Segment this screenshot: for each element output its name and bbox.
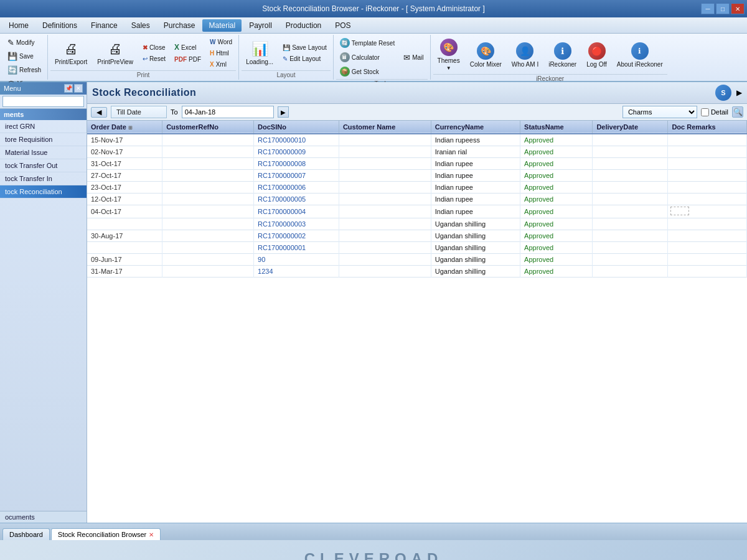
cell-delivery-date: [593, 205, 668, 218]
calculator-button[interactable]: 🖩 Calculator: [336, 50, 398, 64]
table-row[interactable]: 04-Oct-17 RC1700000004 Indian rupee Appr…: [87, 205, 747, 218]
cell-doc-si-no[interactable]: RC1700000001: [254, 242, 339, 254]
sidebar-item-stock-transfer-in[interactable]: tock Transfer In: [0, 172, 87, 185]
col-status-name[interactable]: StatusName: [520, 121, 593, 134]
sidebar-item-stock-reconciliation[interactable]: tock Reconciliation: [0, 185, 87, 198]
cell-doc-si-no[interactable]: 1234: [254, 266, 339, 278]
menu-purchase[interactable]: Purchase: [157, 19, 202, 32]
get-stock-button[interactable]: 📦 Get Stock: [336, 65, 398, 78]
edit-layout-button[interactable]: ✎ Edit Layout: [279, 54, 331, 64]
cell-doc-remarks: [668, 170, 747, 182]
ribbon-tools-content: 🔄 Template Reset 🖩 Calculator 📦 Get Stoc…: [336, 36, 428, 78]
sidebar-close-button[interactable]: ✕: [74, 84, 83, 93]
menu-sales[interactable]: Sales: [125, 19, 156, 32]
menu-material[interactable]: Material: [202, 19, 242, 32]
ireckoner-button[interactable]: ℹ iReckoner: [544, 40, 581, 70]
sidebar-item-stock-transfer-out[interactable]: tock Transfer Out: [0, 159, 87, 172]
reset-button[interactable]: ↩ Reset: [139, 54, 169, 64]
print-export-button[interactable]: 🖨 Print/Export: [50, 39, 92, 68]
menu-production[interactable]: Production: [280, 19, 327, 32]
col-customer-name[interactable]: Customer Name: [339, 121, 431, 134]
color-mixer-button[interactable]: 🎨 Color Mixer: [466, 40, 506, 70]
window-close-button[interactable]: ✕: [731, 3, 745, 14]
save-layout-button[interactable]: 💾 Save Layout: [279, 42, 331, 53]
cell-doc-si-no[interactable]: RC1700000010: [254, 134, 339, 146]
cell-doc-si-no[interactable]: RC1700000009: [254, 146, 339, 158]
cell-doc-si-no[interactable]: RC1700000002: [254, 230, 339, 242]
xml-button[interactable]: X Xml: [206, 59, 236, 70]
table-row[interactable]: RC1700000003 Ugandan shilling Approved: [87, 218, 747, 230]
menu-pos[interactable]: POS: [329, 19, 357, 32]
table-row[interactable]: 31-Mar-17 1234 Ugandan shilling Approved: [87, 266, 747, 278]
sidebar-item-material-issue[interactable]: Material Issue: [0, 146, 87, 159]
save-button[interactable]: 💾 Save: [4, 50, 45, 63]
sidebar-search-input[interactable]: [2, 96, 84, 107]
menu-finance[interactable]: Finance: [85, 19, 124, 32]
filter-refresh-button[interactable]: 🔍: [732, 106, 743, 118]
word-button[interactable]: W Word: [206, 37, 236, 47]
col-delivery-date[interactable]: DeliveryDate: [593, 121, 668, 134]
table-row[interactable]: 15-Nov-17 RC1700000010 Indian rupeess Ap…: [87, 134, 747, 146]
cell-doc-si-no[interactable]: 90: [254, 254, 339, 266]
cell-doc-si-no[interactable]: RC1700000008: [254, 158, 339, 170]
tab-dashboard[interactable]: Dashboard: [2, 528, 50, 540]
ribbon-print-label: Print: [50, 70, 236, 78]
filter-back-button[interactable]: ◀: [91, 107, 107, 118]
user-expand-icon[interactable]: ▶: [736, 88, 742, 97]
filter-dropdown[interactable]: Charms: [622, 106, 697, 118]
cell-doc-si-no[interactable]: RC1700000004: [254, 205, 339, 218]
mail-button[interactable]: ✉ Mail: [400, 51, 427, 64]
modify-button[interactable]: ✎ Modify: [4, 36, 45, 49]
tab-close-icon[interactable]: ✕: [149, 531, 154, 538]
about-button[interactable]: ℹ About iReckoner: [613, 40, 667, 70]
table-row[interactable]: RC1700000001 Ugandan shilling Approved: [87, 242, 747, 254]
detail-checkbox[interactable]: [701, 108, 709, 116]
sidebar-pin-button[interactable]: 📌: [64, 84, 73, 93]
sidebar-item-direct-grn[interactable]: irect GRN: [0, 120, 87, 133]
table-row[interactable]: 31-Oct-17 RC1700000008 Indian rupee Appr…: [87, 158, 747, 170]
html-button[interactable]: H Html: [206, 48, 236, 58]
cell-doc-si-no[interactable]: RC1700000005: [254, 194, 339, 205]
log-off-button[interactable]: 🔴 Log Off: [582, 40, 611, 70]
cell-customer-ref: [162, 170, 254, 182]
table-row[interactable]: 23-Oct-17 RC1700000006 Indian rupee Appr…: [87, 182, 747, 194]
sidebar-item-store-req[interactable]: tore Requisition: [0, 133, 87, 146]
edit-layout-icon: ✎: [283, 55, 288, 62]
close-button[interactable]: ✖ Close: [139, 42, 169, 53]
table-row[interactable]: 09-Jun-17 90 Ugandan shilling Approved: [87, 254, 747, 266]
cell-delivery-date: [593, 230, 668, 242]
minimize-button[interactable]: ─: [701, 3, 715, 14]
cell-doc-remarks: [668, 146, 747, 158]
table-row[interactable]: 12-Oct-17 RC1700000005 Indian rupee Appr…: [87, 194, 747, 205]
pdf-button[interactable]: PDF PDF: [171, 54, 205, 65]
filter-forward-button[interactable]: ▶: [278, 106, 289, 118]
themes-button[interactable]: 🎨 Themes ▼: [433, 36, 464, 73]
menu-payroll[interactable]: Payroll: [243, 19, 278, 32]
table-row[interactable]: 30-Aug-17 RC1700000002 Ugandan shilling …: [87, 230, 747, 242]
cell-doc-si-no[interactable]: RC1700000006: [254, 182, 339, 194]
table-row[interactable]: 02-Nov-17 RC1700000009 Iranian rial Appr…: [87, 146, 747, 158]
menu-definitions[interactable]: Definitions: [36, 19, 83, 32]
excel-button[interactable]: X Excel: [171, 41, 205, 54]
col-customer-ref[interactable]: CustomerRefNo: [162, 121, 254, 134]
filter-dropdown-wrapper: Charms: [622, 106, 697, 118]
loading-button[interactable]: 📊 Loading...: [242, 39, 278, 68]
refresh-button[interactable]: 🔄 Refresh: [4, 63, 45, 77]
col-doc-si-no[interactable]: DocSINo: [254, 121, 339, 134]
cell-doc-si-no[interactable]: RC1700000007: [254, 170, 339, 182]
col-doc-remarks[interactable]: Doc Remarks: [668, 121, 747, 134]
menu-home[interactable]: Home: [2, 19, 35, 32]
print-preview-button[interactable]: 🖨 PrintPreView: [93, 39, 138, 68]
filter-date-input[interactable]: [182, 106, 274, 118]
cell-doc-si-no[interactable]: RC1700000003: [254, 218, 339, 230]
col-currency-name[interactable]: CurrencyName: [431, 121, 520, 134]
table-row[interactable]: 27-Oct-17 RC1700000007 Indian rupee Appr…: [87, 170, 747, 182]
tab-stock-reconciliation[interactable]: Stock Reconciliation Browser ✕: [51, 528, 161, 540]
who-am-i-button[interactable]: 👤 Who AM I: [507, 40, 543, 70]
cell-order-date: 23-Oct-17: [87, 182, 162, 194]
template-reset-button[interactable]: 🔄 Template Reset: [336, 36, 398, 50]
cell-customer-name: [339, 194, 431, 205]
reset-icon: ↩: [143, 55, 148, 62]
col-order-date[interactable]: Order Date ⊞: [87, 121, 162, 134]
maximize-button[interactable]: □: [716, 3, 730, 14]
